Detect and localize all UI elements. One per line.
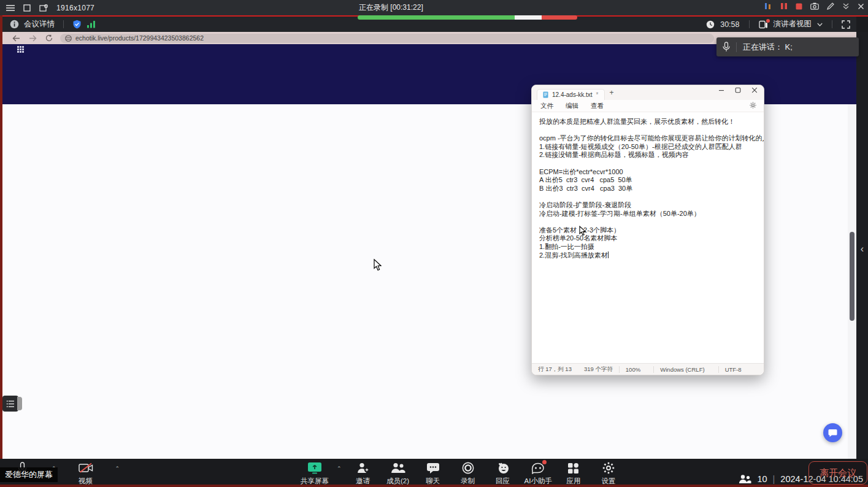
page-scrollbar[interactable] <box>848 104 856 459</box>
ai-notification-dot <box>542 460 547 464</box>
chat-button[interactable]: 聊天 <box>420 461 447 486</box>
scrollbar-thumb[interactable] <box>850 232 855 321</box>
notepad-line: 投放的本质是把精准人群流量买回来，展示优质素材，然后转化！ <box>539 118 764 126</box>
url-bar[interactable]: echotik.live/products/172994342350386256… <box>60 34 714 43</box>
notepad-line: 准备5个素材（2-3个脚本） <box>539 226 764 235</box>
notepad-line <box>539 218 764 226</box>
minimize-icon[interactable] <box>718 87 724 93</box>
text-caret <box>608 251 609 258</box>
notepad-window: 12.4-ads-kk.txt * + 文件编辑查看 投放的本质是把精准人群流量… <box>531 85 764 375</box>
apps-button[interactable]: 应用 <box>560 461 587 486</box>
notepad-line: 冷启动-建模-打标签-学习期-单组单素材（50单-20单） <box>539 210 764 218</box>
list-icon <box>6 400 15 408</box>
close-icon[interactable] <box>751 87 758 93</box>
screenshot-icon[interactable] <box>810 2 819 10</box>
react-button[interactable]: 回应 <box>490 461 517 486</box>
mouse-cursor <box>374 259 382 271</box>
toolbar-center: 共享屏幕 ⌃ 邀请 成员(2) 聊天 录制 回应 <box>301 461 622 486</box>
fullscreen-icon[interactable] <box>842 20 850 29</box>
microphone-icon <box>723 42 730 52</box>
encoding[interactable]: UTF-8 <box>719 366 764 373</box>
notepad-line: ECPM=出价*ectr*ecvr*1000 <box>539 168 764 177</box>
recorder-title-bar: 1916x1077 正在录制 [00:31:22] <box>0 0 868 15</box>
notepad-filename: 12.4-ads-kk.txt <box>552 91 593 98</box>
site-info-icon[interactable] <box>65 35 72 42</box>
settings-button[interactable]: 设置 <box>595 461 622 486</box>
settings-gear-icon[interactable] <box>750 102 756 109</box>
chat-bubble-icon <box>828 429 837 437</box>
window-icon[interactable] <box>23 4 31 12</box>
widget-handle[interactable] <box>17 397 22 410</box>
modified-marker: * <box>596 91 599 98</box>
record-icon <box>462 462 474 474</box>
notepad-text-area[interactable]: 投放的本质是把精准人群流量买回来，展示优质素材，然后转化！ocpm -平台为了你… <box>532 112 764 363</box>
view-mode-label[interactable]: 演讲者视图 <box>774 19 812 29</box>
info-icon <box>10 20 19 29</box>
camera-button[interactable]: 视频 <box>72 461 99 486</box>
reaction-icon <box>496 462 510 474</box>
audio-meter-icon <box>764 2 772 10</box>
leave-meeting-button[interactable]: 离开会议 <box>808 461 867 485</box>
camera-options-caret[interactable]: ⌃ <box>115 466 120 472</box>
screen: 1916x1077 正在录制 [00:31:22] 会议详情 30:58 <box>0 0 868 487</box>
members-button[interactable]: 成员(2) <box>385 461 412 486</box>
zoom-level[interactable]: 100% <box>620 366 654 373</box>
invite-button[interactable]: 邀请 <box>350 461 377 486</box>
record-button[interactable]: 录制 <box>455 461 482 486</box>
notepad-line: B 出价3 ctr3 cvr4 cpa3 30单 <box>539 185 764 193</box>
notepad-menu-编辑[interactable]: 编辑 <box>566 102 578 110</box>
stop-recording-icon[interactable] <box>796 3 802 10</box>
share-options-caret[interactable]: ⌃ <box>337 466 342 472</box>
draw-pencil-icon[interactable] <box>827 2 834 10</box>
close-recorder-icon[interactable] <box>858 3 864 10</box>
char-count: 319 个字符 <box>578 366 619 374</box>
meeting-details-label[interactable]: 会议详情 <box>24 19 55 29</box>
ai-assistant-button[interactable]: AI小助手 <box>524 461 552 486</box>
notepad-cursor <box>579 226 586 236</box>
chat-icon <box>426 462 440 474</box>
participant-count[interactable]: 10 <box>757 474 767 484</box>
apps-grid-icon[interactable] <box>17 46 24 53</box>
recording-border-left <box>0 15 2 487</box>
share-screen-button[interactable]: 共享屏幕 <box>301 461 329 486</box>
notepad-line <box>539 159 764 168</box>
floating-list-widget[interactable] <box>2 396 18 412</box>
forward-icon[interactable] <box>29 35 37 42</box>
notepad-title-bar[interactable]: 12.4-ads-kk.txt * + <box>532 85 764 100</box>
chat-fab-button[interactable] <box>823 423 842 442</box>
invite-icon <box>356 462 370 474</box>
notepad-tab[interactable]: 12.4-ads-kk.txt * <box>537 89 605 101</box>
notification-dot <box>766 19 770 23</box>
notepad-line <box>539 193 764 201</box>
chevron-down-icon[interactable] <box>817 23 823 26</box>
notepad-line: 1.链接有销量-短视频成交（20-50单）-根据已经成交的人群匹配人群 <box>539 143 764 151</box>
notepad-menu-查看[interactable]: 查看 <box>591 102 604 110</box>
panel-collapse-icon[interactable]: ‹ <box>861 244 864 255</box>
url-text: echotik.live/products/172994342350386256… <box>75 34 204 42</box>
side-panel-edge: ‹ <box>856 32 868 459</box>
new-tab-button[interactable]: + <box>610 88 614 97</box>
clock-icon <box>706 20 715 29</box>
notepad-line: 2.链接没销量-根据商品标题，视频标题，视频内容 <box>539 151 764 159</box>
shared-screen-label: 爱德华的屏幕 <box>0 467 58 482</box>
settings-icon <box>602 462 615 474</box>
meeting-toolbar: ⌃ 视频 ⌃ 共享屏幕 ⌃ 邀请 成员(2) 聊天 <box>0 459 868 487</box>
maximize-icon[interactable] <box>735 87 741 93</box>
line-ending: Windows (CRLF) <box>654 366 718 373</box>
refresh-icon[interactable] <box>45 34 53 42</box>
capture-region-icon[interactable] <box>39 4 48 12</box>
notepad-line: 分析榜单20-50名素材脚本 <box>539 234 764 243</box>
back-icon[interactable] <box>12 35 20 42</box>
security-shield-icon[interactable] <box>72 20 82 29</box>
pause-recording-icon[interactable] <box>780 2 788 10</box>
menu-icon[interactable] <box>6 4 15 12</box>
cursor-position: 行 17，列 13 <box>532 366 578 374</box>
notepad-menu-文件[interactable]: 文件 <box>540 102 553 110</box>
network-signal-icon[interactable] <box>86 20 96 28</box>
audio-level-bar <box>358 15 577 20</box>
share-screen-icon <box>307 461 323 475</box>
notepad-line: ocpm -平台为了你的转化目标去尽可能给你展现更容易让给你的计划转化的人群 <box>539 134 764 143</box>
meeting-timer: 30:58 <box>720 20 739 29</box>
collapse-toolbar-icon[interactable] <box>842 2 850 10</box>
speaking-text: 正在讲话： K; <box>743 42 793 53</box>
